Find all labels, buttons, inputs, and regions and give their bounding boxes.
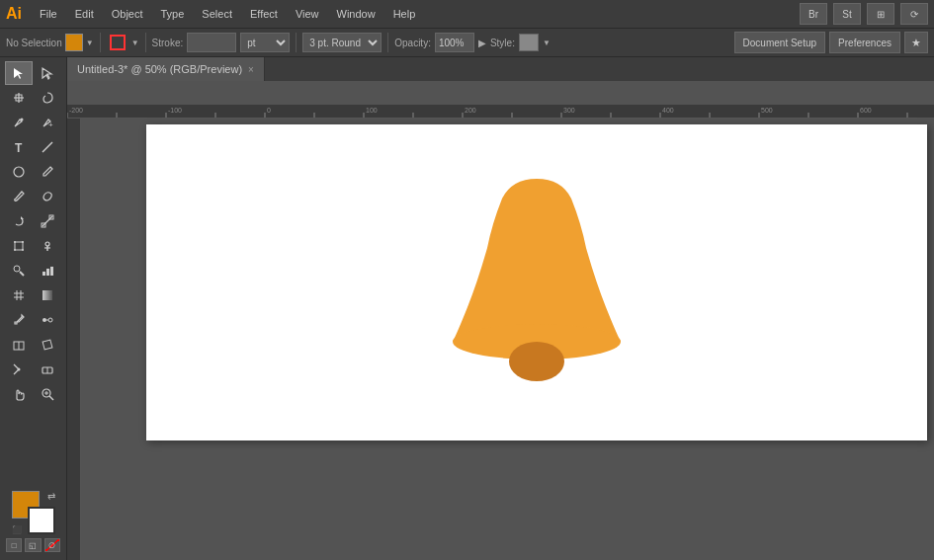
svg-rect-37 xyxy=(42,340,52,350)
selection-tool[interactable] xyxy=(5,61,33,85)
menu-type[interactable]: Type xyxy=(153,6,193,22)
line-tool[interactable] xyxy=(34,135,61,159)
pen-tool[interactable] xyxy=(5,111,33,134)
direct-selection-tool[interactable] xyxy=(34,61,61,85)
stroke-input[interactable] xyxy=(187,33,236,52)
document-close-icon[interactable]: × xyxy=(248,64,254,75)
rectangle-tool[interactable] xyxy=(5,160,33,184)
svg-text:600: 600 xyxy=(860,107,872,114)
stock-icon-btn[interactable]: St xyxy=(833,3,861,25)
stroke-swatch-box[interactable] xyxy=(28,507,55,534)
lasso-tool[interactable] xyxy=(34,86,61,110)
main-area: + T xyxy=(0,57,934,560)
tool-row-9 xyxy=(2,259,64,282)
opacity-input[interactable] xyxy=(435,33,474,52)
perspective-tool[interactable] xyxy=(34,333,61,357)
stroke-arrow[interactable]: ▼ xyxy=(131,39,139,47)
mesh-tool[interactable] xyxy=(5,283,33,307)
symbol-sprayer-tool[interactable] xyxy=(5,259,33,282)
menu-window[interactable]: Window xyxy=(329,6,383,22)
rotate-tool[interactable] xyxy=(5,209,33,233)
color-mode-btn[interactable]: □ xyxy=(6,538,22,552)
menu-edit[interactable]: Edit xyxy=(67,6,102,22)
svg-line-44 xyxy=(49,396,53,400)
tool-row-7 xyxy=(2,209,64,233)
opacity-label: Opacity: xyxy=(394,38,431,48)
menu-select[interactable]: Select xyxy=(194,6,240,22)
hand-tool[interactable] xyxy=(5,382,33,406)
style-arrow[interactable]: ▼ xyxy=(543,39,551,47)
svg-line-8 xyxy=(42,142,52,152)
svg-point-18 xyxy=(22,249,24,251)
swap-arrows-icon[interactable]: ⇄ xyxy=(47,491,55,502)
style-label: Style: xyxy=(490,38,515,48)
fill-color-swatch[interactable] xyxy=(65,34,83,51)
artboard xyxy=(146,124,927,440)
gradient-tool[interactable] xyxy=(34,283,61,307)
stroke-swatch[interactable] xyxy=(107,32,128,53)
workspace-icon-btn[interactable]: ⊞ xyxy=(867,3,894,25)
sync-icon-btn[interactable]: ⟳ xyxy=(900,3,928,25)
tool-row-3: + xyxy=(2,111,64,134)
gradient-mode-btn[interactable]: ◱ xyxy=(25,538,41,552)
document-tab[interactable]: Untitled-3* @ 50% (RGB/Preview) × xyxy=(67,57,265,81)
tool-row-6 xyxy=(2,185,64,208)
menu-file[interactable]: File xyxy=(32,6,65,22)
tool-row-12 xyxy=(2,333,64,357)
bell-shape xyxy=(438,169,636,396)
add-anchor-tool[interactable]: + xyxy=(34,111,61,134)
zoom-tool[interactable] xyxy=(34,382,61,406)
selection-label: No Selection xyxy=(6,38,62,48)
svg-marker-1 xyxy=(42,68,51,79)
scale-tool[interactable] xyxy=(34,209,61,233)
toolbox: + T xyxy=(0,57,67,560)
svg-rect-24 xyxy=(42,272,45,276)
tool-row-1 xyxy=(2,61,64,85)
opacity-expand-icon[interactable]: ▶ xyxy=(478,38,486,48)
svg-text:T: T xyxy=(15,141,23,154)
tool-row-4: T xyxy=(2,135,64,159)
document-setup-button[interactable]: Document Setup xyxy=(734,32,826,53)
svg-point-33 xyxy=(48,318,52,322)
svg-text:+: + xyxy=(48,120,53,129)
paintbrush-tool[interactable] xyxy=(5,185,33,208)
fill-arrow[interactable]: ▼ xyxy=(86,39,94,47)
eyedropper-tool[interactable] xyxy=(5,308,33,332)
tool-row-5 xyxy=(2,160,64,184)
menu-view[interactable]: View xyxy=(288,6,327,22)
brush-select[interactable]: 3 pt. Round xyxy=(302,33,382,52)
puppet-warp-tool[interactable] xyxy=(34,234,61,258)
svg-text:-100: -100 xyxy=(168,107,182,114)
workspace-extra-btn[interactable]: ★ xyxy=(904,32,928,53)
column-graph-tool[interactable] xyxy=(34,259,61,282)
vertical-ruler xyxy=(67,119,81,560)
blob-brush-tool[interactable] xyxy=(34,185,61,208)
svg-point-76 xyxy=(509,342,564,381)
svg-text:200: 200 xyxy=(465,107,476,114)
eraser-tool[interactable] xyxy=(34,358,61,381)
pencil-tool[interactable] xyxy=(34,160,61,184)
blend-tool[interactable] xyxy=(34,308,61,332)
default-colors-icon[interactable]: ⬛ xyxy=(12,525,22,534)
swatch-area: ⇄ ⬛ xyxy=(12,491,55,534)
menu-bar: Ai File Edit Object Type Select Effect V… xyxy=(0,0,934,28)
menu-effect[interactable]: Effect xyxy=(242,6,286,22)
free-transform-tool[interactable] xyxy=(5,234,33,258)
live-paint-tool[interactable] xyxy=(5,333,33,357)
svg-marker-0 xyxy=(14,68,23,79)
color-mode-row: □ ◱ ∅ xyxy=(6,538,60,552)
preferences-button[interactable]: Preferences xyxy=(829,32,900,53)
type-tool[interactable]: T xyxy=(5,135,33,159)
svg-point-5 xyxy=(21,119,24,121)
svg-marker-10 xyxy=(21,216,24,219)
svg-text:100: 100 xyxy=(366,107,378,114)
menu-object[interactable]: Object xyxy=(104,6,151,22)
style-swatch[interactable] xyxy=(519,34,539,51)
menu-help[interactable]: Help xyxy=(385,6,424,22)
scissors-tool[interactable] xyxy=(5,358,33,381)
stroke-unit-select[interactable]: ptpx xyxy=(240,33,290,52)
bridge-icon-btn[interactable]: Br xyxy=(800,3,827,25)
svg-rect-26 xyxy=(50,267,53,276)
magic-wand-tool[interactable] xyxy=(5,86,33,110)
none-mode-btn[interactable]: ∅ xyxy=(44,538,60,552)
